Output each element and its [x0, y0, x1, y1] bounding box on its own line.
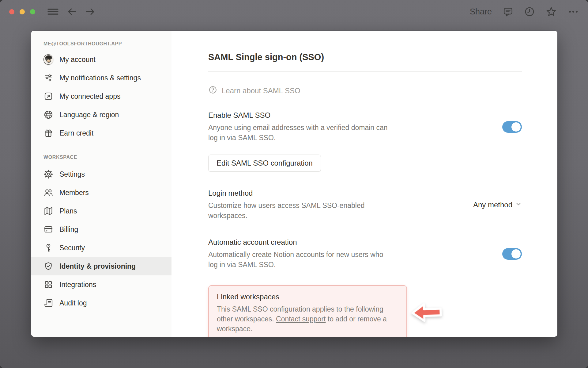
auto-account-description: Automatically create Notion accounts for… [208, 250, 392, 270]
sidebar-item-earn-credit[interactable]: Earn credit [31, 124, 172, 142]
forward-arrow-icon[interactable] [85, 7, 96, 17]
toggle-knob [511, 249, 521, 259]
map-icon [43, 206, 53, 216]
login-method-description: Customize how users access SAML SSO-enab… [208, 201, 383, 221]
sidebar-item-billing[interactable]: Billing [31, 220, 172, 239]
shield-check-icon [43, 261, 53, 271]
auto-account-toggle[interactable] [502, 248, 522, 260]
auto-account-section: Automatic account creation Automatically… [208, 238, 522, 270]
gift-icon [43, 128, 53, 138]
login-method-selected-value: Any method [473, 201, 512, 209]
auto-account-heading: Automatic account creation [208, 238, 392, 247]
app-window: Share [0, 0, 588, 368]
settings-sidebar: ME@TOOLSFORTHOUGHT.APP [31, 31, 172, 337]
sidebar-item-label: Language & region [59, 111, 119, 119]
chevron-down-icon [515, 201, 522, 209]
sidebar-item-members[interactable]: Members [31, 183, 172, 202]
linked-workspaces-heading: Linked workspaces [217, 293, 398, 301]
share-button[interactable]: Share [470, 7, 492, 17]
sidebar-item-identity-provisioning[interactable]: Identity & provisioning [31, 257, 172, 275]
saml-settings-panel: SAML Single sign-on (SSO) Learn about SA… [172, 31, 557, 337]
linked-workspaces-callout: Linked workspaces This SAML SSO configur… [208, 285, 407, 337]
learn-about-saml-link[interactable]: Learn about SAML SSO [208, 85, 300, 96]
sidebar-item-my-account[interactable]: My account [31, 50, 172, 69]
people-icon [43, 188, 53, 197]
sidebar-item-label: My notifications & settings [59, 74, 141, 82]
enable-saml-toggle[interactable] [502, 121, 522, 133]
sidebar-item-label: Billing [59, 225, 78, 234]
account-email-header: ME@TOOLSFORTHOUGHT.APP [31, 41, 172, 50]
zoom-window-button[interactable] [30, 9, 35, 14]
linked-workspaces-description: This SAML SSO configuration applies to t… [217, 304, 398, 334]
annotation-arrow-icon [410, 301, 443, 326]
sidebar-item-notifications-settings[interactable]: My notifications & settings [31, 69, 172, 87]
sidebar-item-label: Plans [59, 207, 77, 215]
login-method-dropdown[interactable]: Any method [473, 201, 522, 209]
avatar [43, 55, 53, 64]
enable-saml-heading: Enable SAML SSO [208, 111, 395, 120]
sidebar-item-integrations[interactable]: Integrations [31, 275, 172, 294]
sidebar-item-language-region[interactable]: Language & region [31, 105, 172, 124]
window-titlebar: Share [0, 0, 588, 23]
sliders-icon [43, 73, 53, 83]
favorite-star-icon[interactable] [546, 6, 557, 17]
minimize-window-button[interactable] [20, 9, 25, 14]
sidebar-item-label: Identity & provisioning [59, 262, 136, 270]
sidebar-item-audit-log[interactable]: Audit log [31, 294, 172, 312]
grid-icon [43, 280, 53, 289]
enable-saml-section: Enable SAML SSO Anyone using email addre… [208, 111, 522, 143]
scroll-document-icon [43, 298, 53, 308]
key-icon [43, 243, 53, 253]
close-window-button[interactable] [9, 9, 14, 14]
sidebar-item-settings[interactable]: Settings [31, 165, 172, 183]
learn-link-label: Learn about SAML SSO [222, 86, 300, 95]
sidebar-item-label: Members [59, 189, 89, 197]
sidebar-item-label: Integrations [59, 281, 96, 289]
login-method-section: Login method Customize how users access … [208, 189, 522, 221]
sidebar-item-label: Settings [59, 170, 85, 178]
sidebar-item-connected-apps[interactable]: My connected apps [31, 87, 172, 105]
back-arrow-icon[interactable] [67, 7, 77, 17]
sidebar-item-plans[interactable]: Plans [31, 202, 172, 220]
help-circle-icon [208, 85, 217, 96]
contact-support-link[interactable]: Contact support [276, 315, 326, 323]
arrow-up-right-box-icon [43, 91, 53, 101]
more-options-icon[interactable] [568, 7, 579, 17]
toggle-knob [511, 122, 521, 132]
settings-modal: ME@TOOLSFORTHOUGHT.APP [31, 31, 557, 337]
login-method-heading: Login method [208, 189, 383, 197]
edit-saml-config-button[interactable]: Edit SAML SSO configuration [208, 155, 321, 172]
workspace-section-header: WORKSPACE [31, 155, 172, 165]
credit-card-icon [43, 224, 53, 234]
sidebar-item-label: Audit log [59, 299, 87, 307]
sidebar-item-label: My account [59, 56, 96, 64]
gear-icon [43, 169, 53, 179]
globe-icon [43, 110, 53, 120]
sidebar-item-label: Security [59, 244, 85, 252]
title-divider [208, 71, 522, 72]
enable-saml-description: Anyone using email addresses with a veri… [208, 123, 395, 143]
hamburger-menu-icon[interactable] [47, 7, 59, 17]
comments-icon[interactable] [503, 6, 513, 17]
clock-history-icon[interactable] [524, 6, 535, 17]
sidebar-item-label: My connected apps [59, 92, 120, 101]
page-title: SAML Single sign-on (SSO) [208, 52, 522, 62]
sidebar-item-label: Earn credit [59, 129, 93, 137]
sidebar-item-security[interactable]: Security [31, 239, 172, 257]
